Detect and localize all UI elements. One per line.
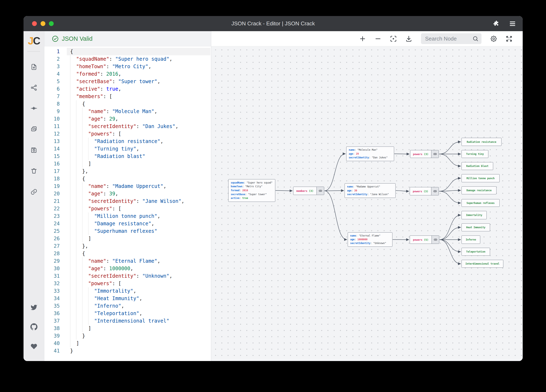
code-line[interactable]: 18{ (44, 175, 211, 183)
settings-gear-icon[interactable] (490, 35, 497, 42)
line-content: } (70, 347, 73, 354)
graph-node-l6[interactable]: Superhuman reflexes (462, 199, 500, 207)
graph-node-l4[interactable]: Million tonne punch (462, 174, 500, 182)
graph-node-p3[interactable]: powers(5) (410, 235, 439, 244)
graph-node-m2[interactable]: name: "Madame Uppercut"age: 39secretIden… (344, 183, 396, 198)
twitter-icon[interactable] (30, 304, 38, 311)
node-row: age: 39 (347, 189, 393, 192)
graph-node-l7[interactable]: Immortality (462, 211, 487, 219)
code-line[interactable]: 19"name": "Madame Uppercut", (44, 183, 211, 190)
delete-icon[interactable] (30, 167, 38, 174)
code-line[interactable]: 36"Teleportation", (44, 310, 211, 317)
code-line[interactable]: 41} (44, 347, 211, 354)
copy-icon[interactable] (30, 126, 38, 133)
graph-node-l2[interactable]: Turning tiny (462, 150, 488, 158)
code-line[interactable]: 25"Superhuman reflexes" (44, 228, 211, 235)
code-line[interactable]: 26] (44, 235, 211, 242)
line-content: "powers": [ (70, 130, 121, 138)
line-content: { (70, 48, 73, 55)
code-line[interactable]: 20"age": 39, (44, 190, 211, 197)
code-line[interactable]: 7"members": [ (44, 93, 211, 100)
code-line[interactable]: 31"secretIdentity": "Unknown", (44, 272, 211, 280)
fullscreen-icon[interactable] (505, 35, 513, 42)
code-line[interactable]: 30"age": 1000000, (44, 265, 211, 272)
code-line[interactable]: 3"homeTown": "Metro City", (44, 63, 211, 70)
code-line[interactable]: 4"formed": 2016, (44, 70, 211, 78)
code-line[interactable]: 33"Immortality", (44, 287, 211, 295)
code-line[interactable]: 28{ (44, 250, 211, 257)
code-line[interactable]: 37"Interdimensional travel" (44, 317, 211, 325)
line-number: 31 (44, 272, 60, 280)
extensions-puzzle-icon[interactable] (492, 20, 500, 28)
graph-node-m1[interactable]: name: "Molecule Man"age: 29secretIdentit… (346, 146, 394, 161)
code-line[interactable]: 29"name": "Eternal Flame", (44, 257, 211, 265)
graph-node-members[interactable]: members(3) (293, 187, 324, 195)
graph-node-l9[interactable]: Inferno (462, 235, 480, 244)
graph-node-l1[interactable]: Radiation resistance (462, 138, 501, 146)
save-icon[interactable] (30, 146, 38, 154)
graph-node-p2[interactable]: powers(3) (410, 187, 439, 195)
code-line[interactable]: 5"secretBase": "Super tower", (44, 78, 211, 85)
code-line[interactable]: 24"Damage resistance", (44, 220, 211, 228)
jsoncrack-logo[interactable]: JC (24, 35, 44, 47)
code-editor[interactable]: 1{2"squadName": "Super hero squad",3"hom… (44, 46, 211, 361)
graph-toolbar (211, 31, 523, 46)
code-line[interactable]: 32"powers": [ (44, 280, 211, 287)
code-line[interactable]: 21"secretIdentity": "Jane Wilson", (44, 197, 211, 205)
graph-node-l5[interactable]: Damage resistance (462, 186, 496, 194)
line-number: 8 (44, 100, 60, 108)
code-line[interactable]: 9"name": "Molecule Man", (44, 108, 211, 115)
expand-collapse-link-icon[interactable] (432, 236, 439, 244)
line-content: "age": 39, (70, 190, 118, 197)
array-node-label: powers(3) (410, 150, 431, 158)
graph-mode-icon[interactable] (30, 84, 38, 91)
code-line[interactable]: 17}, (44, 168, 211, 175)
graph-node-l10[interactable]: Teleportation (462, 248, 490, 256)
expand-collapse-link-icon[interactable] (431, 187, 439, 195)
app-window: JSON Crack - Editor | JSON Crack JC (24, 16, 523, 361)
code-line[interactable]: 13"Radiation resistance", (44, 138, 211, 145)
code-line[interactable]: 22"powers": [ (44, 205, 211, 212)
node-row: secretIdentity: "Jane Wilson" (347, 193, 393, 196)
graph-node-m3[interactable]: name: "Eternal Flame"age: 1000000secretI… (348, 232, 392, 247)
code-line[interactable]: 15"Radiation blast" (44, 152, 211, 160)
download-icon[interactable] (405, 35, 412, 42)
focus-icon[interactable] (390, 35, 397, 42)
code-line[interactable]: 23"Million tonne punch", (44, 212, 211, 220)
search-node-input[interactable] (421, 33, 471, 44)
share-link-icon[interactable] (30, 188, 38, 195)
heart-icon[interactable] (30, 343, 38, 350)
zoom-out-icon[interactable] (374, 35, 382, 42)
expand-collapse-link-icon[interactable] (317, 187, 324, 195)
code-line[interactable]: 8{ (44, 100, 211, 108)
code-line[interactable]: 16] (44, 160, 211, 168)
graph-node-root[interactable]: squadName: "Super hero squad"homeTown: "… (228, 179, 275, 202)
code-line[interactable]: 10"age": 29, (44, 115, 211, 123)
code-line[interactable]: 38] (44, 325, 211, 332)
line-number: 23 (44, 212, 60, 220)
code-line[interactable]: 11"secretIdentity": "Dan Jukes", (44, 123, 211, 130)
code-line[interactable]: 39} (44, 332, 211, 340)
zoom-in-icon[interactable] (359, 35, 366, 42)
graph-node-l8[interactable]: Heat Immunity (462, 223, 490, 231)
code-line[interactable]: 35"Inferno", (44, 302, 211, 310)
search-icon[interactable] (472, 36, 479, 42)
code-line[interactable]: 2"squadName": "Super hero squad", (44, 55, 211, 63)
expand-collapse-link-icon[interactable] (431, 150, 439, 158)
code-line[interactable]: 14"Turning tiny", (44, 145, 211, 152)
github-icon[interactable] (30, 323, 38, 330)
code-line[interactable]: 27}, (44, 242, 211, 250)
new-document-icon[interactable] (30, 63, 38, 70)
code-line[interactable]: 40] (44, 340, 211, 347)
code-line[interactable]: 34"Heat Immunity", (44, 295, 211, 302)
graph-canvas[interactable]: squadName: "Super hero squad"homeTown: "… (211, 46, 523, 361)
line-content: "Heat Immunity", (70, 295, 142, 302)
code-line[interactable]: 1{ (44, 48, 211, 55)
code-line[interactable]: 6"active": true, (44, 85, 211, 93)
code-line[interactable]: 12"powers": [ (44, 130, 211, 138)
browser-menu-icon[interactable] (508, 20, 516, 28)
graph-node-l11[interactable]: Interdimensional travel (462, 260, 503, 268)
graph-node-l3[interactable]: Radiation blast (462, 162, 493, 170)
center-view-icon[interactable] (30, 105, 38, 112)
graph-node-p1[interactable]: powers(3) (410, 150, 439, 158)
